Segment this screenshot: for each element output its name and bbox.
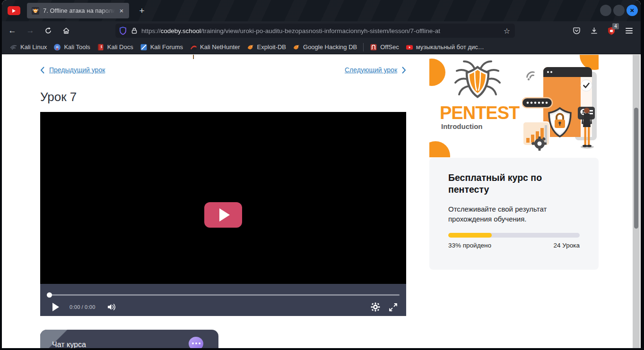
bookmark-kali-forums[interactable]: Kali Forums: [137, 42, 186, 52]
url-scheme: https://: [141, 27, 161, 34]
duration: 0:00: [85, 304, 96, 310]
next-lesson[interactable]: Следующий урок: [345, 66, 406, 74]
back-button[interactable]: ←: [5, 24, 20, 37]
settings-gear-button[interactable]: [371, 302, 380, 312]
controls-right: [371, 302, 398, 312]
url-path: /training/view/uroki-po-auditu-bezopasno…: [201, 27, 440, 34]
nav-toolbar: ← → https://codeby.school/training/: [2, 21, 641, 40]
prev-lesson-link[interactable]: Предыдущий урок: [49, 66, 105, 74]
banner-subtitle: Introduction: [441, 122, 482, 130]
course-progress-fill: [448, 233, 492, 238]
lessons-count-label: 24 Урока: [554, 242, 580, 249]
toolbar-right: 4: [569, 24, 636, 37]
course-banner: PENTEST Introduction: [429, 55, 599, 157]
active-tab[interactable]: 7. Offline атака на пароли ×: [27, 3, 129, 18]
lock-icon[interactable]: [131, 27, 138, 34]
course-card-description: Отслеживайте свой результат прохождения …: [448, 204, 581, 224]
chat-title: Чат курса: [52, 341, 86, 348]
banner-brand: PENTEST: [440, 103, 519, 123]
time-display: 0:00/0:00: [70, 304, 96, 310]
address-bar[interactable]: https://codeby.school/training/view/urok…: [115, 24, 515, 38]
close-button[interactable]: ×: [627, 5, 638, 16]
video-player: 0:00/0:00: [40, 112, 406, 316]
reload-button[interactable]: [41, 24, 56, 37]
chat-dots: [189, 342, 203, 344]
course-progress-card: Бесплатный курс по пентесту Отслеживайте…: [429, 158, 599, 270]
bookmark-kali-nethunter[interactable]: Kali NetHunter: [186, 42, 244, 52]
forward-button[interactable]: →: [23, 24, 38, 37]
banner-orange-circle: [429, 141, 450, 157]
bookmark-exploit-db[interactable]: Exploit-DB: [244, 42, 289, 52]
url-text[interactable]: https://codeby.school/training/view/urok…: [141, 27, 501, 34]
kali-nethunter-icon: [190, 43, 197, 51]
lesson-nav: Предыдущий урок Следующий урок: [40, 66, 406, 74]
minimize-button[interactable]: [600, 5, 611, 16]
ghdb-bird-icon: [293, 43, 300, 51]
youtube-icon: [406, 43, 413, 51]
course-progress-bar: [448, 233, 580, 238]
downloads-button[interactable]: [587, 24, 601, 37]
url-host: codeby.school: [161, 27, 201, 34]
play-glyph: [12, 9, 16, 13]
bookmark-offsec[interactable]: OffSec: [366, 42, 402, 52]
next-lesson-link[interactable]: Следующий урок: [345, 66, 397, 74]
tracking-protection-shield-icon[interactable]: [119, 26, 127, 35]
fullscreen-button[interactable]: [389, 303, 398, 312]
current-time: 0:00: [70, 304, 80, 310]
time-separator: /: [82, 304, 83, 310]
progress-percent-label: 33% пройдено: [448, 242, 491, 249]
prev-lesson[interactable]: Предыдущий урок: [40, 66, 105, 74]
course-progress-labels: 33% пройдено 24 Урока: [448, 242, 580, 249]
bookmark-kali-docs[interactable]: Kali Docs: [94, 42, 137, 52]
bookmark-star-icon[interactable]: ☆: [504, 26, 510, 35]
pocket-button[interactable]: [569, 24, 583, 37]
tab-close-icon[interactable]: ×: [117, 6, 126, 16]
bookmark-music-bot[interactable]: музыкальный бот дис…: [402, 42, 487, 52]
extension-badge: 4: [612, 23, 619, 29]
bookmark-kali-tools[interactable]: Kali Tools: [50, 42, 93, 52]
controls-row: 0:00/0:00: [40, 298, 406, 316]
lesson-title: Урок 7: [40, 90, 77, 104]
kali-dragon-icon: [10, 43, 17, 51]
pentest-spider-logo: [448, 57, 507, 110]
titlebar: 7. Offline атака на пароли × + ×: [2, 0, 641, 21]
seek-bar[interactable]: [47, 292, 400, 298]
video-play-button[interactable]: [204, 202, 242, 228]
seek-thumb[interactable]: [47, 292, 52, 298]
security-illustration: [522, 63, 598, 151]
codeby-owl-icon: [32, 7, 39, 15]
play-control-button[interactable]: [52, 303, 59, 311]
chevron-left-icon: [40, 67, 44, 74]
bookmark-google-hacking-db[interactable]: Google Hacking DB: [289, 42, 360, 52]
offsec-icon: [370, 43, 377, 51]
new-tab-button[interactable]: +: [136, 5, 148, 17]
bookmarks-separator: [363, 43, 364, 51]
browser-window: 7. Offline атака на пароли × + × ← →: [0, 0, 644, 350]
reload-icon: [44, 27, 52, 34]
course-chat-widget[interactable]: Чат курса: [40, 330, 218, 348]
home-icon: [62, 27, 70, 34]
download-icon: [590, 27, 598, 35]
chat-bubble-icon[interactable]: [189, 337, 203, 348]
window-controls: ×: [600, 5, 638, 16]
home-button[interactable]: [59, 24, 74, 37]
seek-track[interactable]: [47, 294, 400, 296]
banner-orange-circle: [429, 59, 445, 86]
bookmarks-bar: Kali Linux Kali Tools Kali Docs Kali F: [2, 40, 641, 54]
clipped-heading-fragment: [193, 55, 194, 59]
browser-chrome: 7. Offline атака на пароли × + × ← →: [2, 0, 641, 348]
volume-button[interactable]: [107, 303, 117, 311]
tab-title: 7. Offline атака на пароли: [43, 7, 117, 14]
video-controls: 0:00/0:00: [40, 284, 406, 316]
youtube-icon[interactable]: [8, 6, 20, 15]
play-icon: [219, 208, 230, 222]
scrollbar-thumb[interactable]: [634, 108, 638, 229]
bookmark-kali-linux[interactable]: Kali Linux: [7, 42, 50, 52]
menu-button[interactable]: [622, 24, 636, 37]
page-scrollbar[interactable]: [633, 55, 640, 348]
video-screen[interactable]: [40, 112, 406, 284]
kali-docs-icon: [97, 43, 104, 51]
hamburger-icon: [626, 28, 633, 34]
adblock-extension-button[interactable]: 4: [604, 24, 618, 37]
maximize-button[interactable]: [613, 5, 625, 16]
